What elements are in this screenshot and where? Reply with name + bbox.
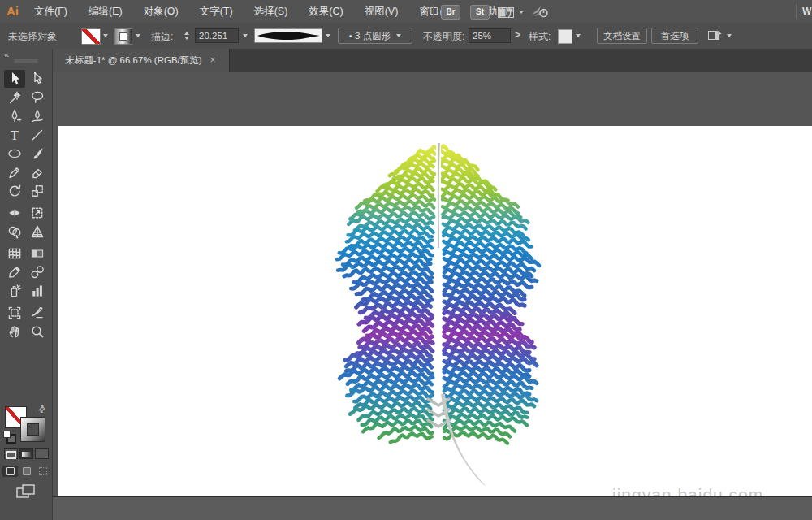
lasso-tool[interactable]: [27, 89, 48, 106]
preferences-label: 首选项: [661, 30, 689, 42]
scale-tool[interactable]: [27, 182, 48, 200]
width-tool[interactable]: [4, 204, 25, 222]
opacity-label[interactable]: 不透明度:: [423, 30, 464, 46]
stroke-profile-preview[interactable]: [254, 28, 322, 43]
stepper-up-icon: [184, 29, 189, 35]
curvature-tool[interactable]: [27, 107, 48, 125]
ellipse-tool[interactable]: [4, 145, 25, 162]
magic-wand-tool[interactable]: [4, 89, 25, 106]
draw-normal-button[interactable]: [2, 466, 18, 477]
symbol-sprayer-tool-icon: [6, 283, 23, 299]
gradient-tool[interactable]: [27, 245, 48, 262]
menu-item-4[interactable]: 选择(S): [254, 5, 288, 19]
st-badge-button[interactable]: St: [470, 5, 490, 20]
draw-inside-button[interactable]: [35, 466, 50, 477]
stroke-profile-chevron[interactable]: [326, 34, 330, 40]
artboard-tool[interactable]: [4, 304, 25, 322]
pasteboard-top: [52, 72, 812, 126]
stroke-weight-label[interactable]: 描边:: [151, 30, 173, 46]
style-chevron[interactable]: [576, 34, 581, 40]
rotate-tool[interactable]: [4, 182, 25, 200]
pen-tool[interactable]: [4, 107, 25, 125]
preferences-button[interactable]: 首选项: [651, 28, 698, 44]
gradient-button[interactable]: [19, 448, 33, 459]
zoom-tool[interactable]: [27, 323, 48, 340]
stroke-weight-chevron[interactable]: [243, 34, 248, 40]
direct-selection-tool[interactable]: [27, 70, 48, 88]
style-swatch[interactable]: [558, 29, 572, 44]
window-edge-text: W: [802, 6, 811, 17]
document-tab[interactable]: 未标题-1* @ 66.67% (RGB/预览) ×: [52, 49, 230, 72]
style-label[interactable]: 样式:: [529, 30, 551, 46]
workspace-chevron[interactable]: [727, 34, 732, 40]
line-segment-tool-icon: [29, 127, 45, 143]
menu-item-6[interactable]: 视图(V): [365, 5, 399, 19]
menu-item-0[interactable]: 文件(F): [34, 5, 67, 19]
color-button[interactable]: [4, 448, 18, 459]
symbol-sprayer-tool[interactable]: [4, 282, 25, 300]
draw-normal-icon: [6, 467, 15, 475]
feather-artwork[interactable]: [58, 126, 812, 496]
hand-tool[interactable]: [4, 323, 25, 340]
brush-definition-value: • 3 点圆形: [349, 30, 391, 42]
brush-definition-dropdown[interactable]: • 3 点圆形: [338, 28, 412, 44]
slice-tool[interactable]: [27, 304, 48, 322]
hand-tool-icon: [6, 323, 23, 340]
stroke-weight-stepper[interactable]: [184, 29, 189, 42]
artboard-tool-icon: [6, 305, 23, 321]
artboard[interactable]: jingyan.baidu.com: [58, 126, 812, 496]
eraser-tool[interactable]: [27, 163, 48, 181]
screen-mode-button[interactable]: [16, 484, 36, 502]
swap-fill-stroke-icon[interactable]: ⇄: [36, 403, 49, 416]
column-graph-tool[interactable]: [27, 282, 48, 300]
mesh-tool-icon: [6, 245, 23, 262]
stroke-color-chevron[interactable]: [136, 34, 140, 40]
blend-tool[interactable]: [27, 263, 48, 281]
eyedropper-tool[interactable]: [4, 263, 25, 281]
panel-collapse-button[interactable]: «: [4, 50, 9, 59]
perspective-grid-tool[interactable]: [27, 223, 48, 240]
free-transform-tool[interactable]: [27, 204, 48, 222]
type-tool-icon: T: [6, 127, 23, 143]
curvature-tool-icon: [29, 108, 45, 124]
menubar-divider: [433, 5, 434, 18]
stroke-indicator[interactable]: [20, 417, 45, 442]
type-tool[interactable]: T: [4, 126, 25, 144]
menu-item-2[interactable]: 对象(O): [144, 5, 179, 19]
rotate-tool-icon: [6, 183, 23, 199]
slice-tool-icon: [29, 305, 45, 321]
none-button[interactable]: [35, 448, 49, 459]
sync-button[interactable]: [531, 4, 549, 22]
selection-status: 未选择对象: [8, 30, 57, 44]
panel-grip[interactable]: [14, 59, 38, 63]
stroke-profile-shape: [255, 29, 322, 42]
tab-close-icon[interactable]: ×: [210, 54, 216, 66]
menu-item-3[interactable]: 文字(T): [200, 5, 233, 19]
tab-bar: 未标题-1* @ 66.67% (RGB/预览) ×: [52, 49, 812, 72]
selection-tool[interactable]: [4, 70, 25, 88]
opacity-input[interactable]: 25%: [469, 28, 511, 43]
line-segment-tool[interactable]: [27, 126, 48, 144]
menubar-right-divider: [796, 4, 797, 19]
draw-behind-button[interactable]: [19, 466, 34, 477]
arrange-documents-chevron[interactable]: [519, 11, 524, 16]
app-logo: Ai: [6, 4, 19, 18]
perspective-grid-tool-icon: [29, 223, 45, 240]
workspace-button[interactable]: [708, 29, 723, 45]
document-setup-button[interactable]: 文档设置: [597, 28, 647, 44]
menu-item-1[interactable]: 编辑(E): [89, 5, 123, 19]
stroke-color-swatch[interactable]: [114, 28, 132, 45]
fill-color-chevron[interactable]: [103, 34, 108, 40]
shaper-tool[interactable]: [4, 163, 25, 181]
default-fill-stroke-icon[interactable]: [3, 431, 14, 441]
mesh-tool[interactable]: [4, 245, 25, 262]
direct-selection-tool-icon: [29, 71, 45, 87]
menu-item-5[interactable]: 效果(C): [309, 5, 343, 19]
stroke-weight-input[interactable]: 20.251: [195, 28, 239, 43]
fill-color-swatch[interactable]: [81, 28, 101, 45]
opacity-flyout-arrow[interactable]: >: [515, 29, 520, 41]
paintbrush-tool[interactable]: [27, 145, 48, 162]
arrange-documents-button[interactable]: [498, 6, 514, 21]
shape-builder-tool[interactable]: [4, 223, 25, 240]
br-badge-button[interactable]: Br: [441, 5, 460, 20]
